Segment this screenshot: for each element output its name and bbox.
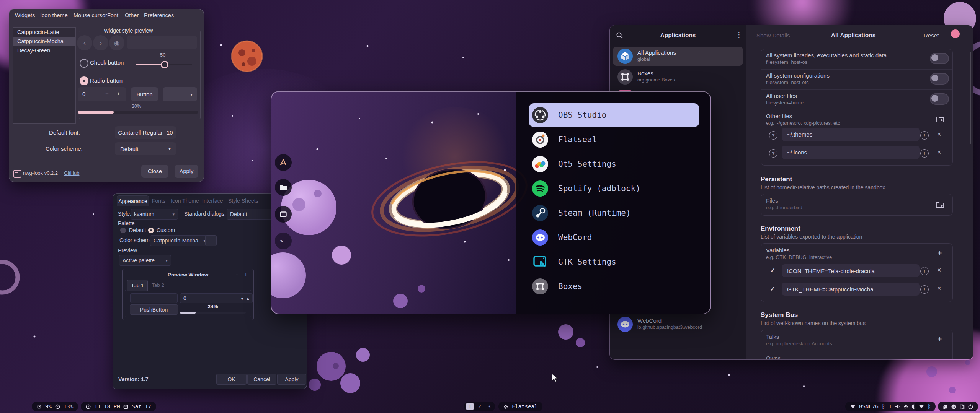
forward-button[interactable]: ›: [93, 35, 108, 50]
active-palette-dropdown[interactable]: Active palette ▾: [119, 255, 171, 266]
theme-item-catppuccin-mocha[interactable]: Catppuccin-Mocha: [13, 37, 75, 46]
launcher-item-obs-studio[interactable]: OBS Studio: [529, 103, 699, 127]
push-button[interactable]: PushButton: [130, 304, 178, 315]
launcher-item-gtk-settings[interactable]: GTK Settings: [529, 250, 699, 274]
theme-item-decay-green[interactable]: Decay-Green: [13, 46, 75, 55]
apply-button[interactable]: Apply: [277, 374, 306, 385]
launcher-item-webcord[interactable]: WebCord: [529, 226, 699, 249]
menu-font[interactable]: Font: [107, 12, 118, 18]
radio-custom[interactable]: [148, 228, 154, 233]
tab-icon-theme[interactable]: Icon Theme: [171, 198, 199, 204]
tray-pill[interactable]: ᛒ: [914, 402, 936, 411]
window-close-button[interactable]: [951, 29, 960, 38]
add-folder-icon[interactable]: [936, 201, 944, 208]
close-button[interactable]: Close: [141, 165, 168, 178]
launcher-terminal-button[interactable]: >_: [275, 233, 292, 249]
sample-button[interactable]: Button: [131, 87, 158, 101]
apply-button[interactable]: Apply: [175, 165, 198, 178]
focused-window-pill[interactable]: Flatseal: [498, 402, 542, 411]
tab-interface[interactable]: Interface: [202, 198, 223, 204]
sample-entry[interactable]: [127, 36, 197, 49]
warning-icon[interactable]: !: [920, 149, 929, 158]
radio-button[interactable]: [80, 76, 88, 85]
preview-entry[interactable]: [130, 293, 178, 303]
radio-default[interactable]: [120, 228, 126, 233]
app-row-webcord[interactable]: WebCord io.github.spacingbat3.webcord: [613, 315, 743, 334]
workspace-1[interactable]: 1: [466, 403, 474, 410]
path-chip[interactable]: ~/.icons: [782, 146, 920, 159]
launcher-item-boxes[interactable]: Boxes: [529, 275, 699, 298]
app-row-all-applications[interactable]: All Applications global: [613, 47, 743, 66]
back-button[interactable]: ‹: [77, 35, 92, 50]
more-button[interactable]: ...: [205, 235, 217, 246]
workspace-2[interactable]: 2: [475, 403, 483, 410]
warning-icon[interactable]: !: [920, 285, 929, 294]
tab-appearance[interactable]: Appearance: [117, 195, 149, 206]
color-scheme-dropdown[interactable]: Default ▾: [115, 142, 176, 155]
launcher-apps-button[interactable]: [275, 154, 292, 171]
path-chip[interactable]: ~/.themes: [782, 128, 920, 141]
warning-icon[interactable]: !: [920, 267, 929, 275]
preview-tab-2[interactable]: Tab 2: [152, 282, 164, 288]
variable-chip[interactable]: GTK_THEME=Catppuccin-Mocha: [782, 283, 920, 296]
menu-mouse-cursor[interactable]: Mouse cursor: [74, 12, 107, 18]
remove-icon[interactable]: ×: [937, 266, 941, 274]
launcher-item-spotify[interactable]: Spotify (adblock): [529, 177, 699, 200]
style-dropdown[interactable]: kvantum ▾: [131, 209, 178, 220]
sample-dropdown[interactable]: ▾: [163, 87, 197, 101]
scrollbar[interactable]: [970, 52, 971, 144]
menu-preferences[interactable]: Preferences: [144, 12, 174, 18]
record-button[interactable]: ◉: [109, 35, 124, 50]
clock-pill[interactable]: 11:18 PM Sat 17: [81, 402, 156, 411]
question-icon[interactable]: ?: [769, 131, 777, 140]
tab-style-sheets[interactable]: Style Sheets: [228, 198, 258, 204]
toggle-host-os[interactable]: [930, 53, 949, 64]
minimize-icon[interactable]: −: [235, 272, 238, 278]
toggle-home[interactable]: [930, 93, 949, 105]
launcher-windows-button[interactable]: [275, 206, 292, 223]
add-icon[interactable]: +: [938, 249, 942, 258]
menu-widgets[interactable]: Widgets: [15, 12, 35, 18]
tab-fonts[interactable]: Fonts: [152, 198, 165, 204]
question-icon[interactable]: ?: [769, 149, 777, 158]
github-link[interactable]: GitHub: [64, 170, 79, 176]
variable-chip[interactable]: ICON_THEME=Tela-circle-dracula: [782, 264, 920, 277]
add-folder-icon[interactable]: [936, 116, 944, 123]
spin-plus-icon[interactable]: +: [117, 90, 120, 97]
menu-icon-theme[interactable]: Icon theme: [40, 12, 68, 18]
warning-icon[interactable]: !: [920, 131, 929, 140]
dialogs-label: Standard dialogs:: [184, 211, 226, 217]
launcher-item-flatseal[interactable]: Flatseal: [529, 128, 699, 151]
slider-handle[interactable]: [161, 61, 168, 68]
system-stats-pill[interactable]: 9% 13%: [32, 402, 78, 411]
spin-minus-icon[interactable]: −: [105, 90, 109, 97]
remove-icon[interactable]: ×: [937, 130, 941, 138]
cancel-button[interactable]: Cancel: [247, 374, 276, 385]
launcher-item-steam[interactable]: Steam (Runtime): [529, 201, 699, 225]
preview-spinbox[interactable]: 0 ▾ ▴: [180, 293, 253, 303]
default-font-button[interactable]: Cantarell Regular 10: [115, 126, 176, 139]
controls-pill[interactable]: [938, 402, 978, 411]
arrow-up-icon: [279, 159, 287, 166]
toggle-host-etc[interactable]: [930, 73, 949, 85]
maximize-icon[interactable]: +: [244, 272, 247, 278]
remove-icon[interactable]: ×: [937, 285, 941, 293]
add-icon[interactable]: +: [938, 335, 942, 344]
spin-up-icon[interactable]: ▴: [247, 295, 249, 301]
app-row-boxes[interactable]: Boxes org.gnome.Boxes: [613, 67, 743, 86]
launcher-item-qt5-settings[interactable]: Qt5 Settings: [529, 152, 699, 176]
theme-item-catppuccin-latte[interactable]: Catppuccin-Latte: [13, 28, 75, 37]
remove-icon[interactable]: ×: [937, 148, 941, 156]
scheme-dropdown[interactable]: Catppuccin-Mocha ▾: [150, 235, 209, 246]
workspace-3[interactable]: 3: [485, 403, 493, 410]
menu-kebab-icon[interactable]: ⋮: [735, 30, 743, 39]
spinbox[interactable]: 0 − +: [78, 87, 126, 101]
reset-button[interactable]: Reset: [924, 32, 939, 39]
preview-tab-1[interactable]: Tab 1: [127, 280, 148, 291]
check-button[interactable]: [80, 59, 88, 68]
launcher-files-button[interactable]: [275, 179, 292, 196]
spin-down-icon[interactable]: ▾: [241, 295, 243, 301]
menu-other[interactable]: Other: [125, 12, 139, 18]
ok-button[interactable]: OK: [216, 374, 247, 385]
slider[interactable]: [136, 64, 192, 65]
